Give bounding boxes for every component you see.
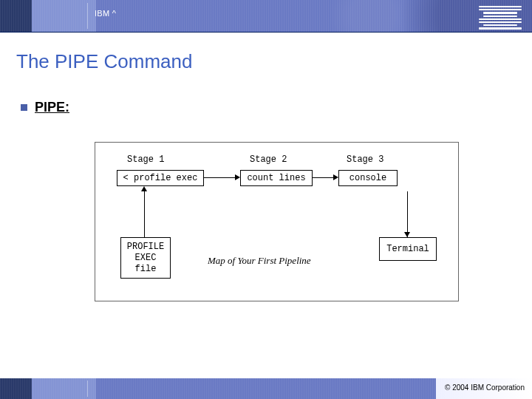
arrow-s3-term-head-icon (404, 232, 410, 237)
header-decoration (0, 0, 532, 32)
arrow-s1-s2-head-icon (235, 174, 240, 180)
stage-2-box: count lines (240, 170, 313, 186)
header-brand-text: IBM ^ (95, 9, 116, 18)
arrow-s2-s3-line (313, 177, 333, 178)
stage-1-box: < profile exec (117, 170, 204, 186)
diagram-caption: Map of Your First Pipeline (208, 255, 311, 267)
terminal-box: Terminal (379, 237, 437, 261)
profile-file-box: PROFILE EXEC file (120, 237, 171, 279)
arrow-file-s1-line (144, 191, 145, 237)
header-bar: IBM ^ (0, 0, 532, 33)
stage-3-box: console (338, 170, 398, 186)
header-divider (87, 3, 88, 29)
stage-3-label: Stage 3 (347, 154, 383, 165)
footer-divider (87, 381, 88, 397)
bullet-item: PIPE: (21, 100, 532, 115)
arrow-s2-s3-head-icon (333, 174, 338, 180)
arrow-file-s1-head-icon (141, 186, 147, 191)
arrow-s1-s2-line (204, 177, 235, 178)
ibm-logo-icon (479, 6, 522, 30)
page-title: The PIPE Command (16, 50, 532, 73)
bullet-label: PIPE: (35, 100, 69, 115)
footer-copyright: © 2004 IBM Corporation (445, 383, 525, 392)
arrow-s3-term-line (407, 191, 408, 237)
footer-bar: © 2004 IBM Corporation (0, 378, 532, 399)
stage-1-label: Stage 1 (127, 154, 164, 165)
pipeline-diagram: Stage 1 Stage 2 Stage 3 < profile exec c… (95, 142, 459, 301)
stage-2-label: Stage 2 (250, 154, 287, 165)
bullet-icon (21, 104, 27, 111)
